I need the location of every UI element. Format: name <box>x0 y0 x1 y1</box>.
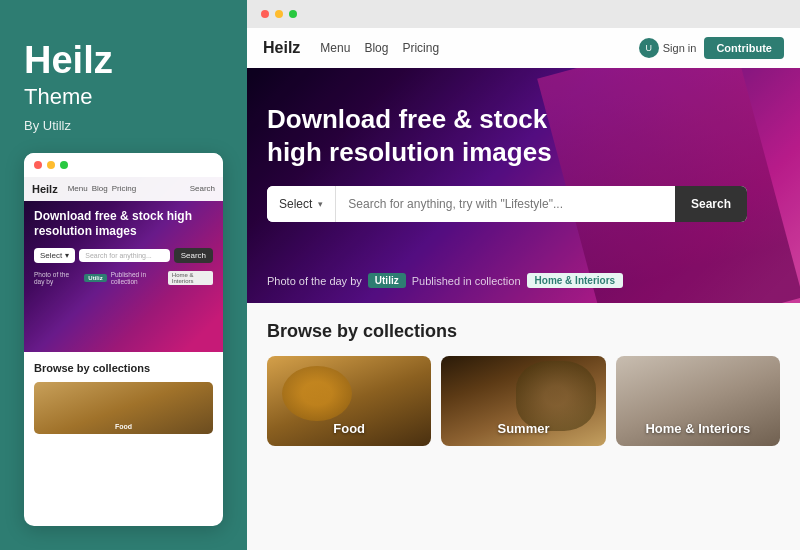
mobile-search-button[interactable]: Search <box>174 248 213 263</box>
hero-content: Download free & stockhigh resolution ima… <box>267 103 780 222</box>
mobile-nav-menu: Menu <box>68 184 88 193</box>
mobile-hero-section: Heilz Menu Blog Pricing Search Download … <box>24 177 223 352</box>
mobile-category-select[interactable]: Select ▾ <box>34 248 75 263</box>
contribute-button[interactable]: Contribute <box>704 37 784 59</box>
right-panel: Heilz Menu Blog Pricing U Sign in Contri… <box>247 0 800 550</box>
desktop-nav-brand: Heilz <box>263 39 300 57</box>
hero-select-chevron-icon: ▾ <box>318 199 323 209</box>
desktop-nav-blog[interactable]: Blog <box>364 41 388 55</box>
home-card-label: Home & Interiors <box>616 421 780 436</box>
mobile-nav-blog: Blog <box>92 184 108 193</box>
mobile-dot-red <box>34 161 42 169</box>
collection-grid: Food Summer Home & Interiors <box>267 356 780 446</box>
hero-search-input[interactable] <box>336 197 675 211</box>
left-panel: Heilz Theme By Utillz Heilz Menu Blog Pr… <box>0 0 247 550</box>
browser-dot-green[interactable] <box>289 10 297 18</box>
mobile-nav-search: Search <box>190 184 215 193</box>
mobile-published-text: Published in collection <box>111 271 164 285</box>
collection-card-food[interactable]: Food <box>267 356 431 446</box>
mobile-window-dots <box>24 153 223 177</box>
mobile-select-chevron-icon: ▾ <box>65 251 69 260</box>
browser-dot-yellow[interactable] <box>275 10 283 18</box>
hero-author-badge: Utiliz <box>368 273 406 288</box>
collection-card-home-interiors[interactable]: Home & Interiors <box>616 356 780 446</box>
hero-collection-badge: Home & Interiors <box>527 273 624 288</box>
brand-author: Utillz <box>43 118 71 133</box>
desktop-nav-pricing[interactable]: Pricing <box>402 41 439 55</box>
mobile-nav-links: Menu Blog Pricing <box>68 184 136 193</box>
collection-card-summer[interactable]: Summer <box>441 356 605 446</box>
hero-search-bar: Select ▾ Search <box>267 186 747 222</box>
browser-dot-red[interactable] <box>261 10 269 18</box>
mobile-food-card[interactable]: Food <box>34 382 213 434</box>
hero-title: Download free & stockhigh resolution ima… <box>267 103 607 168</box>
signin-control[interactable]: U Sign in <box>639 38 697 58</box>
hero-photo-day-text: Photo of the day by <box>267 275 362 287</box>
brand-by-label: By <box>24 118 43 133</box>
browse-title: Browse by collections <box>267 321 780 342</box>
summer-card-label: Summer <box>441 421 605 436</box>
browse-section: Browse by collections Food Summer Home &… <box>247 303 800 550</box>
mobile-dot-yellow <box>47 161 55 169</box>
hero-select-label: Select <box>279 197 312 211</box>
mobile-select-label: Select <box>40 251 62 260</box>
food-card-label: Food <box>267 421 431 436</box>
browser-chrome: Heilz Menu Blog Pricing U Sign in Contri… <box>247 0 800 550</box>
brand-name: Heilz <box>24 40 223 82</box>
hero-category-select[interactable]: Select ▾ <box>267 186 336 222</box>
mobile-collection-badge: Home & Interiors <box>168 271 213 285</box>
mobile-hero-content: Download free & stock high resolution im… <box>34 209 213 285</box>
desktop-nav-menu[interactable]: Menu <box>320 41 350 55</box>
mobile-author-badge: Utiliz <box>84 274 106 282</box>
signin-label: Sign in <box>663 42 697 54</box>
mobile-nav: Heilz Menu Blog Pricing Search <box>24 177 223 201</box>
desktop-nav-links: Menu Blog Pricing <box>320 41 439 55</box>
hero-photo-day: Photo of the day by Utiliz Published in … <box>267 273 623 288</box>
desktop-hero: Download free & stockhigh resolution ima… <box>247 68 800 303</box>
mobile-food-label: Food <box>34 423 213 430</box>
desktop-nav-right: U Sign in Contribute <box>639 37 784 59</box>
mobile-preview-card: Heilz Menu Blog Pricing Search Download … <box>24 153 223 526</box>
signin-avatar: U <box>639 38 659 58</box>
brand-subtitle: Theme <box>24 84 223 110</box>
mobile-nav-pricing: Pricing <box>112 184 136 193</box>
mobile-browse-title: Browse by collections <box>34 362 213 374</box>
mobile-photo-day: Photo of the day by Utiliz Published in … <box>34 271 213 285</box>
mobile-search-row: Select ▾ Search for anything... Search <box>34 248 213 263</box>
mobile-dot-green <box>60 161 68 169</box>
mobile-photo-day-text: Photo of the day by <box>34 271 80 285</box>
desktop-nav: Heilz Menu Blog Pricing U Sign in Contri… <box>247 28 800 68</box>
hero-published-text: Published in collection <box>412 275 521 287</box>
mobile-nav-brand: Heilz <box>32 183 58 195</box>
browser-content: Heilz Menu Blog Pricing U Sign in Contri… <box>247 28 800 550</box>
mobile-search-input[interactable]: Search for anything... <box>79 249 169 262</box>
mobile-collection-images: Food <box>34 382 213 434</box>
mobile-body: Browse by collections Food <box>24 352 223 444</box>
hero-search-button[interactable]: Search <box>675 186 747 222</box>
brand-by: By Utillz <box>24 118 223 133</box>
mobile-hero-title: Download free & stock high resolution im… <box>34 209 213 240</box>
browser-window-controls <box>247 0 800 28</box>
